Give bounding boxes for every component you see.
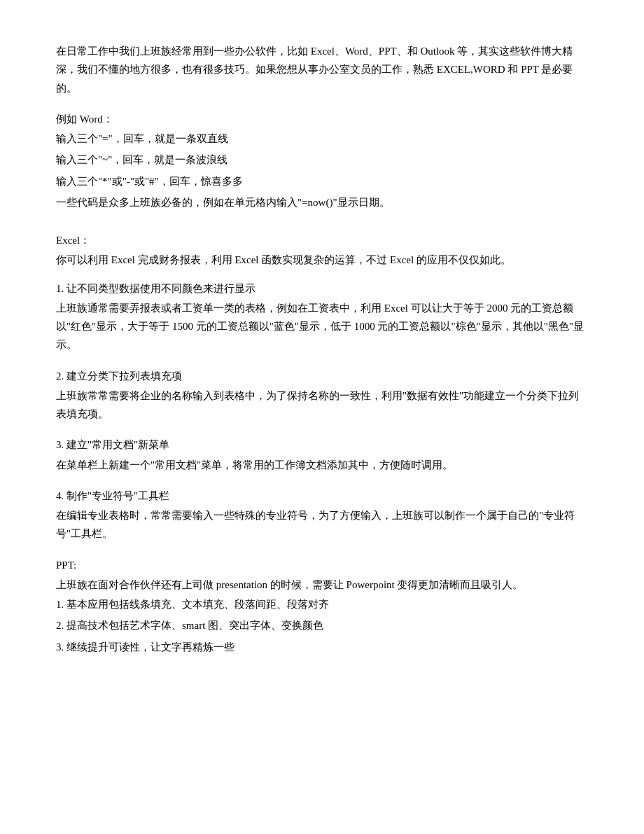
excel-item3-header: 3. 建立"常用文档"新菜单 — [56, 436, 588, 454]
excel-item1-header: 1. 让不同类型数据使用不同颜色来进行显示 — [56, 279, 588, 298]
main-content: 在日常工作中我们上班族经常用到一些办公软件，比如 Excel、Word、PPT、… — [56, 42, 588, 656]
word-line1: 输入三个"="，回车，就是一条双直线 — [56, 130, 588, 148]
excel-item4-header: 4. 制作"专业符号"工具栏 — [56, 487, 588, 505]
word-line4: 一些代码是众多上班族必备的，例如在单元格内输入"=now()"显示日期。 — [56, 193, 588, 211]
excel-item2-header: 2. 建立分类下拉列表填充项 — [56, 367, 588, 385]
excel-header: Excel： — [56, 231, 588, 249]
intro-paragraph: 在日常工作中我们上班族经常用到一些办公软件，比如 Excel、Word、PPT、… — [56, 42, 588, 97]
ppt-item2: 2. 提高技术包括艺术字体、smart 图、突出字体、变换颜色 — [56, 616, 588, 634]
excel-item2-body: 上班族常常需要将企业的名称输入到表格中，为了保持名称的一致性，利用"数据有效性"… — [56, 387, 588, 424]
ppt-item3: 3. 继续提升可读性，让文字再精炼一些 — [56, 638, 588, 656]
excel-item3-body: 在菜单栏上新建一个"常用文档"菜单，将常用的工作簿文档添加其中，方便随时调用。 — [56, 456, 588, 474]
ppt-item1: 1. 基本应用包括线条填充、文本填充、段落间距、段落对齐 — [56, 595, 588, 613]
word-line3: 输入三个"*"或"-"或"#"，回车，惊喜多多 — [56, 172, 588, 190]
ppt-intro: 上班族在面对合作伙伴还有上司做 presentation 的时候，需要让 Pow… — [56, 576, 588, 594]
excel-item4-body: 在编辑专业表格时，常常需要输入一些特殊的专业符号，为了方便输入，上班族可以制作一… — [56, 506, 588, 543]
excel-intro: 你可以利用 Excel 完成财务报表，利用 Excel 函数实现复杂的运算，不过… — [56, 251, 588, 269]
ppt-header: PPT: — [56, 556, 588, 574]
word-line2: 输入三个"~"，回车，就是一条波浪线 — [56, 151, 588, 169]
ppt-section: PPT: 上班族在面对合作伙伴还有上司做 presentation 的时候，需要… — [56, 556, 588, 656]
excel-section: Excel： 你可以利用 Excel 完成财务报表，利用 Excel 函数实现复… — [56, 231, 588, 543]
word-section: 例如 Word： 输入三个"="，回车，就是一条双直线 输入三个"~"，回车，就… — [56, 110, 588, 211]
word-header: 例如 Word： — [56, 110, 588, 128]
excel-item1-body: 上班族通常需要弄报表或者工资单一类的表格，例如在工资表中，利用 Excel 可以… — [56, 299, 588, 354]
